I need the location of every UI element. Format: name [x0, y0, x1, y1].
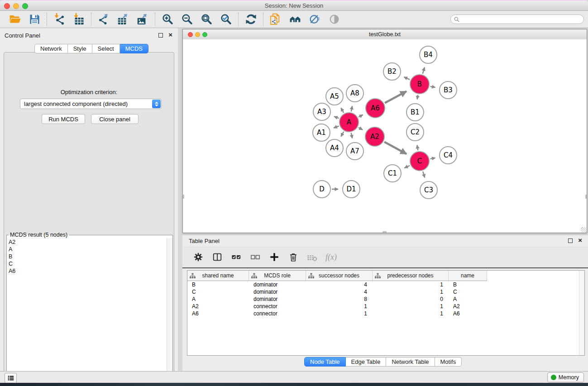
column-header-shared-name[interactable]: shared name — [187, 271, 249, 281]
export-image-icon[interactable] — [135, 13, 150, 26]
split-table-icon[interactable] — [211, 251, 223, 263]
zoom-selected-icon[interactable] — [218, 13, 234, 26]
tab-node-table[interactable]: Node Table — [304, 357, 346, 367]
graph-edge-A2-C[interactable] — [384, 142, 406, 154]
table-row[interactable]: A6connector11A6 — [187, 310, 487, 317]
graph-node-C4[interactable]: C4 — [440, 147, 457, 164]
graph-edge-C-C2[interactable] — [417, 145, 418, 151]
hide-all-columns-icon[interactable] — [249, 251, 261, 263]
bottom-resize-grip[interactable] — [382, 231, 387, 233]
table-settings-icon[interactable] — [192, 251, 204, 263]
table-close-panel-icon[interactable]: × — [578, 238, 582, 243]
graph-edge-A-A3[interactable] — [334, 116, 339, 118]
graph-edge-A-A6[interactable] — [359, 115, 363, 117]
graph-node-B1[interactable]: B1 — [406, 104, 424, 121]
graph-edge-C-C4[interactable] — [430, 158, 435, 159]
table-row[interactable]: Cdominator41C — [187, 288, 487, 295]
search-field[interactable] — [450, 14, 584, 24]
optimization-criterion-dropdown[interactable]: largest connected component (directed) — [20, 99, 162, 109]
graph-edge-B-B2[interactable] — [404, 77, 410, 80]
open-session-icon[interactable] — [7, 13, 23, 26]
graph-node-D[interactable]: D — [313, 181, 330, 198]
float-panel-icon[interactable] — [158, 33, 163, 38]
graph-node-B4[interactable]: B4 — [420, 46, 437, 63]
export-network-icon[interactable] — [96, 13, 111, 26]
mcds-result-item[interactable]: A2 — [9, 238, 167, 246]
hide-graphics-details-icon[interactable] — [307, 13, 322, 26]
graph-edge-C-C3[interactable] — [423, 172, 425, 177]
graph-node-A5[interactable]: A5 — [326, 88, 343, 105]
mcds-result-item[interactable]: B — [9, 253, 167, 260]
show-all-columns-icon[interactable] — [230, 251, 242, 263]
graph-node-A6[interactable]: A6 — [366, 99, 385, 118]
graph-edge-B-B1[interactable] — [417, 95, 418, 100]
refresh-view-icon[interactable] — [243, 13, 258, 26]
table-row[interactable]: Bdominator41B — [187, 281, 487, 288]
import-table-icon[interactable] — [71, 13, 86, 26]
mcds-result-item[interactable]: C — [9, 260, 167, 267]
corner-resize-handle[interactable] — [581, 227, 586, 232]
table-row[interactable]: A2connector11A2 — [187, 303, 487, 310]
graph-node-C1[interactable]: C1 — [384, 165, 401, 182]
graph-edge-A-A4[interactable] — [341, 132, 344, 137]
table-scrollbar[interactable] — [579, 271, 584, 355]
graph-edge-A-A8[interactable] — [351, 106, 352, 111]
column-header-predecessor-nodes[interactable]: predecessor nodes — [373, 271, 449, 281]
network-canvas[interactable]: AA1A2A3A4A5A6A7A8BB1B2B3B4CC1C2C3C4DD1 — [183, 39, 587, 233]
graph-node-A3[interactable]: A3 — [313, 103, 330, 120]
column-header-successor-nodes[interactable]: successor nodes — [306, 271, 373, 281]
graph-edge-A-A1[interactable] — [334, 126, 339, 128]
tab-mcds[interactable]: MCDS — [120, 44, 148, 53]
graph-edge-A6-B[interactable] — [385, 91, 406, 103]
graph-edge-B-B3[interactable] — [430, 86, 435, 87]
tab-network[interactable]: Network — [34, 44, 68, 53]
zoom-fit-icon[interactable] — [199, 13, 214, 26]
graph-node-D1[interactable]: D1 — [343, 181, 360, 198]
tab-style[interactable]: Style — [68, 44, 92, 53]
graph-node-C[interactable]: C — [410, 152, 429, 171]
graph-node-A7[interactable]: A7 — [346, 143, 363, 160]
graph-node-C3[interactable]: C3 — [420, 181, 437, 199]
delete-rows-icon[interactable] — [287, 251, 299, 263]
right-resize-grip[interactable] — [585, 195, 587, 199]
first-neighbors-icon[interactable] — [287, 13, 303, 26]
graph-node-B2[interactable]: B2 — [383, 63, 401, 80]
result-list-scrollbar[interactable] — [167, 238, 172, 383]
zoom-in-icon[interactable] — [160, 13, 175, 26]
graph-edge-A-A7[interactable] — [351, 133, 352, 138]
column-header-MCDS-role[interactable]: MCDS role — [249, 271, 306, 281]
import-network-icon[interactable] — [52, 13, 67, 26]
graph-node-A1[interactable]: A1 — [313, 124, 330, 141]
show-panels-list-button[interactable] — [5, 373, 17, 383]
memory-button[interactable]: Memory — [547, 372, 584, 382]
graph-edge-B-B4[interactable] — [423, 67, 425, 74]
tab-select[interactable]: Select — [92, 44, 120, 53]
export-table-icon[interactable] — [115, 13, 131, 26]
graph-node-A2[interactable]: A2 — [365, 127, 384, 146]
search-input[interactable] — [459, 15, 583, 23]
mcds-result-item[interactable]: A — [9, 246, 167, 253]
graph-edge-A-A2[interactable] — [359, 128, 363, 130]
graph-node-B[interactable]: B — [410, 75, 429, 94]
add-row-icon[interactable] — [268, 251, 280, 263]
tab-motifs[interactable]: Motifs — [435, 357, 462, 367]
graph-edge-A-A5[interactable] — [341, 108, 344, 113]
column-header-name[interactable]: name — [449, 271, 487, 281]
graph-edge-C-C1[interactable] — [404, 166, 410, 168]
zoom-out-icon[interactable] — [179, 13, 195, 26]
graph-node-B3[interactable]: B3 — [440, 81, 457, 99]
graph-node-A8[interactable]: A8 — [346, 85, 363, 102]
show-hide-eye-icon[interactable] — [326, 13, 342, 26]
graph-node-A4[interactable]: A4 — [326, 139, 343, 157]
tab-network-table[interactable]: Network Table — [386, 357, 435, 367]
tab-edge-table[interactable]: Edge Table — [346, 357, 387, 367]
table-row[interactable]: Adominator80A — [187, 295, 487, 303]
save-session-icon[interactable] — [27, 13, 42, 26]
graph-node-C2[interactable]: C2 — [406, 124, 424, 141]
left-resize-grip[interactable] — [183, 195, 184, 199]
close-panel-icon[interactable]: × — [168, 33, 172, 37]
run-mcds-button[interactable]: Run MCDS — [42, 114, 85, 124]
new-network-from-selection-icon[interactable] — [268, 13, 283, 26]
graph-node-A[interactable]: A — [339, 113, 359, 132]
mcds-result-item[interactable]: A6 — [9, 267, 167, 275]
